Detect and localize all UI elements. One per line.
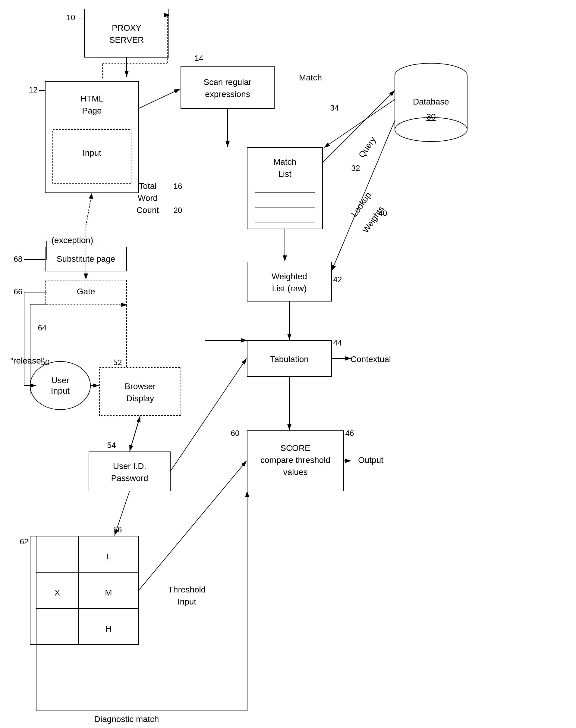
html-to-scan-arrow: [139, 89, 180, 109]
ref-34: 34: [330, 103, 339, 112]
scan-regex-box: [181, 66, 274, 109]
match-label: Match: [299, 73, 322, 82]
weighted-list-label2: List (raw): [272, 284, 307, 293]
total-word-count-label3: Count: [137, 205, 159, 215]
proxy-server-label2: SERVER: [109, 35, 144, 44]
score-label2: compare threshold: [260, 455, 330, 465]
match-list-label: Match: [273, 157, 296, 166]
user-input-label2: Input: [51, 386, 69, 395]
ref-46: 46: [345, 429, 354, 438]
html-page-label: HTML: [81, 94, 104, 103]
diagram-container: PROXY SERVER 10 HTML Page Input 12 Scan …: [0, 0, 576, 728]
score-label: SCORE: [280, 443, 311, 453]
release-label: "release": [10, 356, 44, 365]
total-word-count-label2: Word: [138, 193, 157, 203]
threshold-input-label2: Input: [177, 597, 196, 606]
ref-16: 16: [174, 182, 182, 191]
exception-label: (exception): [52, 236, 93, 245]
score-label3: values: [283, 467, 308, 477]
proxy-server-label: PROXY: [112, 23, 141, 33]
gate-label: Gate: [77, 287, 95, 296]
database-ref: 30: [426, 112, 436, 121]
browser-display-label2: Display: [126, 394, 154, 403]
contextual-label: Contextual: [350, 355, 391, 364]
ref-10: 10: [67, 13, 75, 22]
gate-to-html-dashed2: [86, 193, 92, 226]
user-id-box: [89, 452, 170, 491]
threshold-m-label: M: [105, 588, 112, 597]
scan-regex-label: Scan regular: [204, 78, 252, 87]
browser-display-box: [99, 367, 181, 416]
db-to-weighted-arrow: [332, 120, 395, 271]
ref-12: 12: [29, 85, 38, 94]
ref-54: 54: [107, 441, 116, 450]
query-label: Query: [357, 135, 378, 159]
scan-regex-label2: expressions: [205, 89, 250, 99]
ref-14: 14: [195, 54, 203, 63]
lookup-weights-label: Lookup: [349, 190, 373, 218]
threshold-input-label: Threshold: [168, 585, 206, 594]
match-list-label2: List: [278, 169, 291, 179]
userid-to-browser-arrow: [129, 416, 140, 452]
threshold-outer-box: [36, 536, 139, 644]
ref-42: 42: [334, 275, 342, 284]
ref-60: 60: [231, 429, 240, 438]
ref-52: 52: [113, 358, 122, 367]
proxy-server-box: [84, 9, 169, 57]
database-label: Database: [413, 97, 449, 106]
total-word-count-label: Total: [139, 181, 156, 191]
output-label: Output: [358, 455, 383, 465]
user-id-label: User I.D.: [113, 461, 146, 471]
weighted-list-box: [247, 262, 332, 301]
userid-to-tabulation-arrow: [170, 358, 247, 472]
threshold-l-label: L: [106, 552, 111, 561]
ref-64: 64: [38, 323, 47, 332]
lookup-weights-label2: Weights: [361, 205, 386, 235]
diagnostic-match-label: Diagnostic match: [94, 715, 159, 724]
html-page-label2: Page: [82, 106, 102, 115]
html-input-label: Input: [83, 148, 101, 157]
substitute-page-label: Substitute page: [57, 254, 115, 264]
ref-44: 44: [334, 338, 342, 347]
browser-display-label: Browser: [125, 382, 156, 391]
threshold-h-label: H: [106, 624, 112, 633]
userid-to-threshold-arrow: [115, 491, 129, 536]
ref-20: 20: [174, 206, 182, 215]
weighted-list-label: Weighted: [271, 272, 307, 281]
user-input-circle: [30, 361, 90, 410]
ref-32: 32: [351, 163, 360, 173]
threshold-x-label: X: [55, 588, 60, 597]
user-id-label2: Password: [111, 474, 148, 483]
user-input-label: User: [51, 375, 69, 385]
ref-66: 66: [14, 287, 23, 296]
ref-62: 62: [20, 537, 29, 546]
ref-68: 68: [14, 254, 23, 264]
tabulation-label: Tabulation: [270, 355, 309, 364]
